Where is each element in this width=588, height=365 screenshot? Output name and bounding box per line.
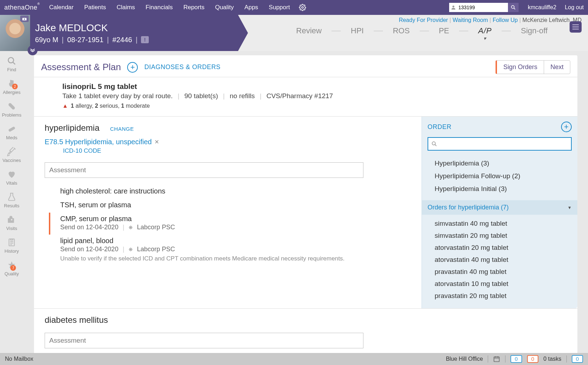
gear-icon[interactable] xyxy=(299,4,306,11)
nav-calendar[interactable]: Calendar xyxy=(49,4,74,11)
heart-icon xyxy=(7,169,17,179)
count-pill-1[interactable]: 0 xyxy=(510,355,522,363)
nav-patients[interactable]: Patients xyxy=(84,4,106,11)
rail-visits[interactable]: Visits xyxy=(6,215,17,231)
status-waiting[interactable]: Waiting Room xyxy=(453,17,488,23)
nav-apps[interactable]: Apps xyxy=(244,4,258,11)
rail-results[interactable]: Results xyxy=(4,192,19,208)
order-item[interactable]: CMP, serum or plasma Send on 12-04-2020|… xyxy=(49,213,411,235)
add-diagnosis-button[interactable]: + xyxy=(127,62,138,73)
order-item[interactable]: TSH, serum or plasma xyxy=(55,199,411,213)
change-link[interactable]: CHANGE xyxy=(110,126,134,132)
order-template[interactable]: Hyperlipidemia Follow-up (2) xyxy=(435,170,577,182)
svg-point-1 xyxy=(452,6,454,7)
nav-reports[interactable]: Reports xyxy=(183,4,205,11)
username[interactable]: kmcauliffe2 xyxy=(528,4,556,11)
clipboard-icon xyxy=(7,237,17,247)
order-option[interactable]: atorvastatin 40 mg tablet xyxy=(435,254,577,266)
step-pe[interactable]: PE xyxy=(439,26,449,35)
add-order-button[interactable]: + xyxy=(561,122,572,132)
svg-point-0 xyxy=(302,7,304,9)
assessment-input-dm[interactable] xyxy=(45,333,363,348)
rail-meds[interactable]: Meds xyxy=(6,124,17,140)
logout-link[interactable]: Log out xyxy=(565,4,584,11)
alert-icon[interactable]: ! xyxy=(141,36,149,43)
rail-quality[interactable]: 7Quality xyxy=(5,260,19,276)
svg-point-6 xyxy=(8,57,13,63)
svg-rect-8 xyxy=(8,102,15,110)
diagnosis-title: hyperlipidemia xyxy=(45,123,100,133)
ap-title: Assessment & Plan xyxy=(41,62,121,73)
step-signoff[interactable]: Sign-off xyxy=(521,26,547,35)
count-pill-3[interactable]: 0 xyxy=(572,355,583,363)
order-option[interactable]: pravastatin 40 mg tablet xyxy=(435,266,577,278)
order-option[interactable]: atorvastatin 20 mg tablet xyxy=(435,242,577,254)
rail-vitals[interactable]: Vitals xyxy=(6,169,17,186)
order-option[interactable]: pravastatin 20 mg tablet xyxy=(435,290,577,302)
search-button[interactable] xyxy=(508,3,519,12)
search-icon xyxy=(7,56,17,66)
nav-claims[interactable]: Claims xyxy=(117,4,135,11)
ap-header: Assessment & Plan + DIAGNOSES & ORDERS S… xyxy=(34,55,577,77)
patient-search-input[interactable] xyxy=(456,3,508,12)
orders-section-header[interactable]: Orders for hyperlipidemia (7)▼ xyxy=(422,200,577,215)
step-ap[interactable]: A/P xyxy=(478,26,492,35)
alert-summary: 1 allergy, 2 serious, 1 moderate xyxy=(71,103,150,109)
order-option[interactable]: atorvastatin 10 mg tablet xyxy=(435,278,577,290)
rail-vaccines[interactable]: Vaccines xyxy=(2,147,21,163)
bandage-icon xyxy=(7,101,17,111)
order-item[interactable]: high cholesterol: care instructions xyxy=(55,185,411,199)
rail-allergies[interactable]: 2Allergies xyxy=(3,79,21,95)
svg-rect-9 xyxy=(8,126,16,132)
patient-avatar[interactable] xyxy=(0,15,30,51)
order-option[interactable]: simvastatin 20 mg tablet xyxy=(435,230,577,242)
order-option[interactable]: simvastatin 40 mg tablet xyxy=(435,218,577,230)
status-followup[interactable]: Follow Up xyxy=(493,17,518,23)
remove-icd-icon[interactable]: ✕ xyxy=(154,139,159,145)
order-list: high cholesterol: care instructions TSH,… xyxy=(45,185,411,266)
patient-search xyxy=(449,3,519,12)
med-refills: no refills xyxy=(230,92,255,100)
rail-problems[interactable]: Problems xyxy=(2,101,22,118)
order-template[interactable]: Hyperlipidemia (3) xyxy=(435,157,577,170)
next-button[interactable]: Next xyxy=(544,60,570,74)
camera-icon[interactable] xyxy=(20,16,29,22)
rail-history[interactable]: History xyxy=(5,237,19,254)
calendar-icon[interactable] xyxy=(493,355,500,363)
status-ready[interactable]: Ready For Provider xyxy=(399,17,448,23)
icd-code[interactable]: E78.5 Hyperlipidemia, unspecified xyxy=(45,138,152,146)
order-search-input[interactable] xyxy=(440,141,568,147)
office-name[interactable]: Blue Hill Office xyxy=(446,356,483,362)
count-pill-2[interactable]: 0 xyxy=(527,355,538,363)
step-hpi[interactable]: HPI xyxy=(351,26,364,35)
assessment-input-hyper[interactable] xyxy=(45,162,363,178)
med-pharmacy: CVS/Pharmacy #1217 xyxy=(266,92,333,100)
status-links: Ready For Provider | Waiting Room | Foll… xyxy=(262,17,582,23)
order-item[interactable]: lipid panel, blood Send on 12-04-2020|❋L… xyxy=(55,235,411,266)
nav-support[interactable]: Support xyxy=(269,4,290,11)
nav-quality[interactable]: Quality xyxy=(215,4,234,11)
rail-find[interactable]: Find xyxy=(7,56,17,72)
icd-label[interactable]: ICD-10 CODE xyxy=(63,147,411,155)
patient-name: Jake MEDLOCK xyxy=(35,22,149,34)
order-template[interactable]: Hyperlipidemia Initial (3) xyxy=(435,182,577,195)
patient-banner: Jake MEDLOCK 69yo M| 08-27-1951| #2446| … xyxy=(0,15,248,51)
tasks-label[interactable]: 0 tasks xyxy=(543,356,561,362)
step-ros[interactable]: ROS xyxy=(393,26,410,35)
chevron-down-icon[interactable] xyxy=(28,45,38,55)
order-search[interactable] xyxy=(428,137,572,151)
chevron-down-icon: ▼ xyxy=(567,205,572,210)
badge: 2 xyxy=(12,84,18,89)
sign-orders-button[interactable]: Sign Orders xyxy=(496,60,544,74)
svg-line-7 xyxy=(13,62,15,64)
diabetes-block: diabetes mellitus xyxy=(34,308,577,353)
menu-icon[interactable] xyxy=(570,21,582,33)
step-review[interactable]: Review xyxy=(296,26,322,35)
flask-icon xyxy=(7,192,17,202)
pill-icon xyxy=(7,124,17,134)
svg-line-12 xyxy=(435,145,436,146)
diagnoses-orders-label[interactable]: DIAGNOSES & ORDERS xyxy=(144,63,220,71)
nav-financials[interactable]: Financials xyxy=(146,4,173,11)
person-icon xyxy=(449,3,456,12)
med-name: lisinopriL 5 mg tablet xyxy=(62,82,570,91)
